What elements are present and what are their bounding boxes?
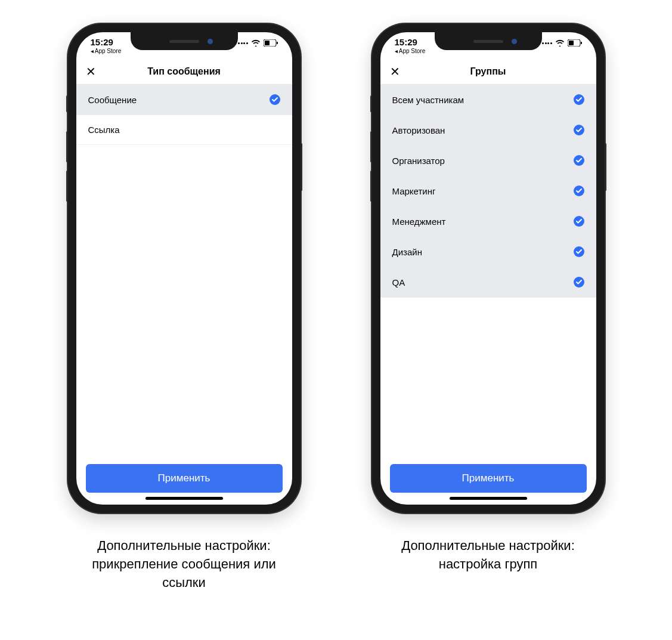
list-item-label: Менеджмент [392,217,446,227]
checkmark-icon [574,94,584,105]
list-item-label: Авторизован [392,125,445,135]
checkmark-icon [574,277,584,287]
phone-screen: 15:29 ◂ App Store ✕ Тип сообщения Сообще… [76,32,292,505]
checkmark-icon [270,94,280,105]
battery-icon [264,39,278,47]
checkmark-icon [574,246,584,257]
list-item-label: QA [392,277,405,287]
close-icon[interactable]: ✕ [390,66,400,78]
nav-bar: ✕ Группы [380,58,596,85]
svg-rect-1 [265,41,270,45]
list-item[interactable]: QA [380,267,596,298]
home-indicator[interactable] [450,497,527,500]
wifi-icon [251,39,261,47]
phone-caption: Дополнительные настройки: настройка груп… [375,537,602,574]
checkmark-icon [574,185,584,196]
phone-screen: 15:29 ◂ App Store ✕ Группы Всем участник… [380,32,596,505]
status-back-link[interactable]: ◂ App Store [91,48,122,54]
status-time: 15:29 [91,37,113,47]
options-list: СообщениеСсылка [76,85,292,457]
list-item[interactable]: Ссылка [76,115,292,145]
list-item[interactable]: Организатор [380,146,596,176]
svg-rect-2 [277,42,278,44]
list-item[interactable]: Всем участникам [380,85,596,115]
phone-frame: 15:29 ◂ App Store ✕ Группы Всем участник… [372,24,605,513]
phone-right-column: 15:29 ◂ App Store ✕ Группы Всем участник… [372,24,605,592]
checkmark-icon [574,216,584,227]
list-item-label: Всем участникам [392,95,464,105]
list-item[interactable]: Маркетинг [380,176,596,206]
list-item-label: Сообщение [88,95,137,105]
close-icon[interactable]: ✕ [86,66,96,78]
phone-caption: Дополнительные настройки: прикрепление с… [71,537,298,592]
checkmark-icon [574,125,584,135]
svg-rect-4 [569,41,574,45]
list-item-label: Дизайн [392,247,422,257]
cell-signal-icon [238,42,248,44]
phone-frame: 15:29 ◂ App Store ✕ Тип сообщения Сообще… [68,24,301,513]
page-title: Тип сообщения [147,66,221,77]
checkmark-icon [574,155,584,166]
list-item-label: Организатор [392,156,445,166]
page-title: Группы [470,66,506,77]
list-item[interactable]: Менеджмент [380,206,596,237]
home-indicator[interactable] [145,497,223,500]
nav-bar: ✕ Тип сообщения [76,58,292,85]
cell-signal-icon [542,42,552,44]
status-time: 15:29 [395,37,417,47]
status-back-link[interactable]: ◂ App Store [395,48,426,54]
wifi-icon [555,39,565,47]
options-list: Всем участникамАвторизованОрганизаторМар… [380,85,596,457]
list-item[interactable]: Авторизован [380,115,596,146]
list-item[interactable]: Дизайн [380,237,596,267]
svg-rect-5 [581,42,582,44]
battery-icon [568,39,582,47]
list-item-label: Ссылка [88,125,120,135]
apply-button[interactable]: Применить [390,464,587,493]
apply-button[interactable]: Применить [86,464,283,493]
list-item-label: Маркетинг [392,186,436,196]
list-item[interactable]: Сообщение [76,85,292,115]
phone-left-column: 15:29 ◂ App Store ✕ Тип сообщения Сообще… [68,24,301,592]
